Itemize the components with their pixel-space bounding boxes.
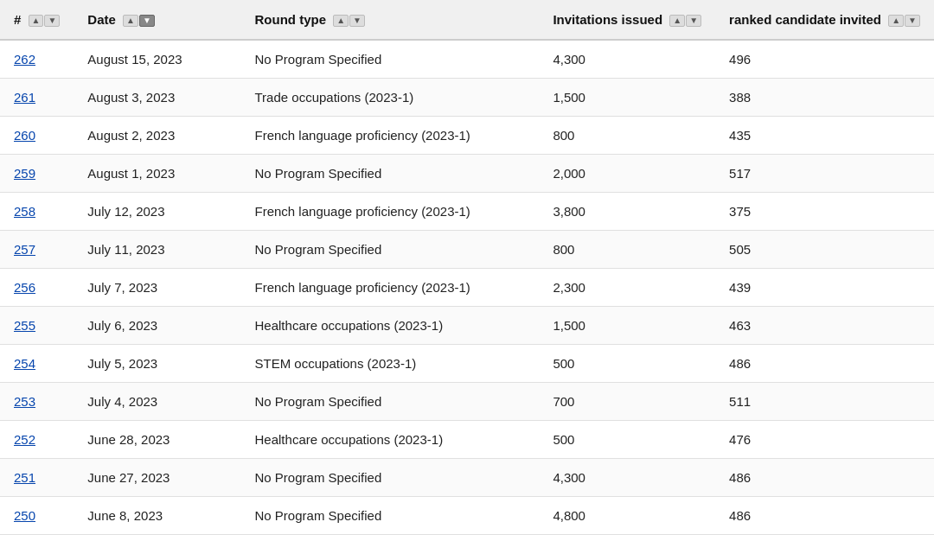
table-row: 255July 6, 2023Healthcare occupations (2… (0, 307, 934, 345)
header-ranked-label: ranked candidate invited (729, 12, 881, 27)
cell-date: July 5, 2023 (74, 345, 240, 383)
table-row: 252June 28, 2023Healthcare occupations (… (0, 421, 934, 459)
cell-date: July 6, 2023 (74, 307, 240, 345)
cell-ranked: 505 (715, 231, 934, 269)
cell-round-type: No Program Specified (241, 155, 540, 193)
cell-ranked: 463 (715, 307, 934, 345)
round-num-link[interactable]: 252 (14, 432, 35, 447)
header-ranked-sort[interactable]: ▲ ▼ (888, 15, 920, 27)
table-row: 258July 12, 2023French language proficie… (0, 193, 934, 231)
round-num-link[interactable]: 253 (14, 394, 35, 409)
round-num-link[interactable]: 256 (14, 280, 35, 295)
header-round-type-label: Round type (255, 12, 327, 27)
cell-round-type: French language proficiency (2023-1) (241, 193, 540, 231)
sort-round-down-icon[interactable]: ▼ (349, 15, 365, 27)
sort-date-up-icon[interactable]: ▲ (123, 15, 138, 27)
header-num: # ▲ ▼ (0, 0, 74, 40)
sort-round-up-icon[interactable]: ▲ (333, 15, 349, 27)
cell-num: 256 (0, 269, 74, 307)
round-num-link[interactable]: 250 (14, 508, 35, 523)
header-invitations-sort[interactable]: ▲ ▼ (669, 15, 701, 27)
cell-date: August 2, 2023 (74, 117, 240, 155)
cell-round-type: STEM occupations (2023-1) (241, 345, 540, 383)
cell-ranked: 496 (715, 40, 934, 79)
cell-round-type: Trade occupations (2023-1) (241, 79, 540, 117)
cell-invitations: 500 (539, 345, 715, 383)
sort-ranked-down-icon[interactable]: ▼ (905, 15, 920, 27)
cell-invitations: 800 (539, 231, 715, 269)
header-date: Date ▲ ▼ (74, 0, 240, 40)
cell-ranked: 476 (715, 421, 934, 459)
cell-invitations: 1,500 (539, 79, 715, 117)
cell-num: 260 (0, 117, 74, 155)
cell-invitations: 700 (539, 383, 715, 421)
sort-num-up-icon[interactable]: ▲ (29, 15, 44, 27)
cell-round-type: No Program Specified (241, 459, 540, 497)
cell-num: 261 (0, 79, 74, 117)
cell-round-type: Healthcare occupations (2023-1) (241, 307, 540, 345)
table-row: 250June 8, 2023No Program Specified4,800… (0, 497, 934, 535)
header-invitations: Invitations issued ▲ ▼ (539, 0, 715, 40)
cell-ranked: 517 (715, 155, 934, 193)
round-num-link[interactable]: 261 (14, 90, 35, 105)
cell-round-type: No Program Specified (241, 40, 540, 79)
header-date-sort[interactable]: ▲ ▼ (123, 15, 155, 27)
cell-date: August 15, 2023 (74, 40, 240, 79)
table-body: 262August 15, 2023No Program Specified4,… (0, 40, 934, 535)
cell-num: 258 (0, 193, 74, 231)
cell-ranked: 375 (715, 193, 934, 231)
table-row: 259August 1, 2023No Program Specified2,0… (0, 155, 934, 193)
cell-ranked: 439 (715, 269, 934, 307)
round-num-link[interactable]: 255 (14, 318, 35, 333)
cell-invitations: 500 (539, 421, 715, 459)
sort-invitations-down-icon[interactable]: ▼ (686, 15, 701, 27)
cell-num: 253 (0, 383, 74, 421)
sort-ranked-up-icon[interactable]: ▲ (888, 15, 904, 27)
cell-date: June 27, 2023 (74, 459, 240, 497)
header-num-sort[interactable]: ▲ ▼ (29, 15, 61, 27)
round-num-link[interactable]: 260 (14, 128, 35, 143)
sort-invitations-up-icon[interactable]: ▲ (669, 15, 685, 27)
cell-invitations: 4,300 (539, 459, 715, 497)
cell-num: 259 (0, 155, 74, 193)
round-num-link[interactable]: 258 (14, 204, 35, 219)
cell-ranked: 511 (715, 383, 934, 421)
round-num-link[interactable]: 259 (14, 166, 35, 181)
cell-date: August 3, 2023 (74, 79, 240, 117)
round-num-link[interactable]: 251 (14, 470, 35, 485)
cell-ranked: 486 (715, 497, 934, 535)
cell-num: 251 (0, 459, 74, 497)
cell-ranked: 486 (715, 345, 934, 383)
header-date-label: Date (87, 12, 116, 27)
sort-date-down-icon[interactable]: ▼ (139, 15, 155, 27)
header-round-sort[interactable]: ▲ ▼ (333, 15, 365, 27)
cell-date: July 7, 2023 (74, 269, 240, 307)
table-row: 256July 7, 2023French language proficien… (0, 269, 934, 307)
cell-date: July 11, 2023 (74, 231, 240, 269)
table-header-row: # ▲ ▼ Date ▲ ▼ Round type ▲ (0, 0, 934, 40)
cell-num: 262 (0, 40, 74, 79)
cell-invitations: 800 (539, 117, 715, 155)
cell-num: 255 (0, 307, 74, 345)
cell-round-type: No Program Specified (241, 383, 540, 421)
header-round-type: Round type ▲ ▼ (241, 0, 540, 40)
cell-round-type: No Program Specified (241, 231, 540, 269)
cell-date: July 12, 2023 (74, 193, 240, 231)
cell-round-type: Healthcare occupations (2023-1) (241, 421, 540, 459)
cell-ranked: 435 (715, 117, 934, 155)
cell-date: June 8, 2023 (74, 497, 240, 535)
rounds-table: # ▲ ▼ Date ▲ ▼ Round type ▲ (0, 0, 934, 535)
header-ranked: ranked candidate invited ▲ ▼ (715, 0, 934, 40)
table-row: 257July 11, 2023No Program Specified8005… (0, 231, 934, 269)
cell-date: June 28, 2023 (74, 421, 240, 459)
cell-round-type: French language proficiency (2023-1) (241, 269, 540, 307)
main-table-container: # ▲ ▼ Date ▲ ▼ Round type ▲ (0, 0, 934, 535)
table-row: 253July 4, 2023No Program Specified70051… (0, 383, 934, 421)
sort-num-down-icon[interactable]: ▼ (44, 15, 60, 27)
cell-invitations: 3,800 (539, 193, 715, 231)
cell-num: 254 (0, 345, 74, 383)
round-num-link[interactable]: 257 (14, 242, 35, 257)
round-num-link[interactable]: 262 (14, 52, 35, 67)
round-num-link[interactable]: 254 (14, 356, 35, 371)
cell-ranked: 388 (715, 79, 934, 117)
